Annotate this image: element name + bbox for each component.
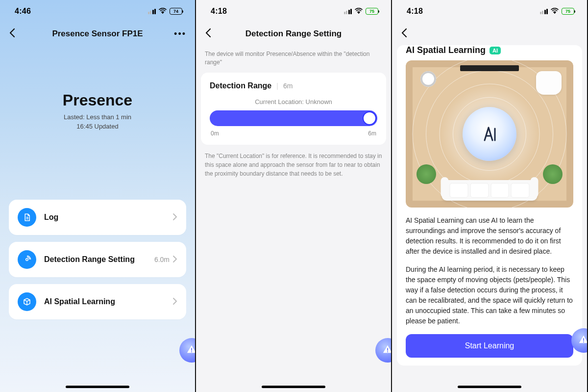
current-location-label: Current Location: Unknown (210, 98, 377, 105)
room-plant (543, 164, 563, 184)
page-title: Detection Range Setting (219, 29, 368, 39)
svg-rect-6 (387, 351, 388, 352)
status-time: 4:46 (15, 7, 31, 16)
home-indicator[interactable] (262, 386, 325, 388)
menu-item-ai-spatial[interactable]: AI Spatial Learning (9, 284, 186, 319)
svg-point-7 (554, 12, 556, 14)
cellular-icon (344, 9, 352, 14)
svg-point-1 (26, 259, 28, 261)
room-tv (460, 65, 519, 71)
more-button[interactable]: ••• (172, 29, 186, 39)
cellular-icon (540, 9, 548, 14)
detection-range-value: 6m (283, 82, 293, 90)
svg-point-0 (162, 12, 164, 14)
chevron-right-icon (172, 254, 177, 265)
wifi-icon (355, 8, 363, 15)
svg-point-4 (358, 12, 360, 14)
status-icons: 74 (148, 8, 183, 15)
screen-detection-range: 4:18 75 Detection Range Setting The devi… (196, 0, 392, 392)
battery-icon: 74 (170, 8, 182, 15)
status-icons: 75 (540, 8, 575, 15)
menu-label: Log (44, 213, 172, 222)
slider-thumb[interactable] (363, 111, 376, 125)
warning-icon (186, 344, 196, 357)
document-icon (18, 208, 36, 227)
screen-ai-spatial-learning: 4:18 75 AI Spatial Learning AI (392, 0, 588, 392)
room-plant (416, 164, 436, 184)
menu-item-detection-range[interactable]: Detection Range Setting 6.0m (9, 242, 186, 277)
status-bar: 4:46 74 (0, 0, 195, 23)
nav-bar (392, 23, 587, 45)
svg-rect-8 (583, 338, 584, 341)
start-learning-button[interactable]: Start Learning (406, 334, 573, 358)
floating-assistant-button[interactable] (179, 338, 196, 363)
warning-icon (578, 334, 588, 347)
ai-orb-icon (463, 107, 516, 161)
menu-label: Detection Range Setting (44, 255, 154, 264)
svg-rect-3 (191, 351, 192, 352)
wifi-icon (551, 8, 559, 15)
warning-icon (382, 344, 392, 357)
cube-icon (18, 292, 36, 311)
wifi-icon (159, 8, 167, 15)
status-time: 4:18 (211, 7, 227, 16)
room-chair (536, 71, 562, 95)
menu-item-log[interactable]: Log (9, 200, 186, 235)
floating-assistant-button[interactable] (375, 338, 392, 363)
svg-rect-9 (583, 341, 584, 342)
chevron-right-icon (172, 296, 177, 308)
range-slider[interactable] (210, 110, 377, 126)
home-indicator[interactable] (458, 386, 521, 388)
home-indicator[interactable] (66, 386, 129, 388)
room-sofa (442, 180, 538, 201)
card-title: AI Spatial Learning (406, 45, 486, 55)
status-icons: 75 (344, 8, 379, 15)
room-purifier (420, 71, 436, 87)
presence-duration: Lasted: Less than 1 min (0, 113, 195, 121)
back-button[interactable] (205, 27, 219, 41)
menu-list: Log Detection Range Setting 6.0m AI Spat… (0, 135, 195, 319)
card-description: AI Spatial Learning can use AI to learn … (397, 208, 582, 326)
detection-range-label: Detection Range (210, 81, 271, 90)
presence-hero: Presence Lasted: Less than 1 min 16:45 U… (0, 45, 195, 135)
section-intro: The device will monitor Presence/Absence… (196, 45, 391, 73)
radar-icon (18, 250, 36, 269)
svg-rect-5 (387, 348, 388, 351)
status-bar: 4:18 75 (392, 0, 587, 23)
ai-badge: AI (490, 47, 501, 54)
slider-max: 6m (368, 130, 376, 137)
screen-presence-sensor: 4:46 74 Presence Sensor FP1E ••• Presenc… (0, 0, 196, 392)
menu-label: AI Spatial Learning (44, 297, 172, 306)
status-time: 4:18 (407, 7, 423, 16)
cellular-icon (148, 9, 156, 14)
status-bar: 4:18 75 (196, 0, 391, 23)
desc-paragraph: AI Spatial Learning can use AI to learn … (406, 215, 573, 257)
svg-rect-2 (191, 348, 192, 351)
ai-learning-card: AI Spatial Learning AI AI Spatial Learni… (397, 45, 582, 366)
presence-status: Presence (0, 91, 195, 109)
back-button[interactable] (9, 27, 23, 41)
battery-icon: 75 (562, 8, 574, 15)
chevron-right-icon (172, 212, 177, 223)
section-note: The "Current Location" is for reference.… (196, 145, 391, 185)
menu-value: 6.0m (154, 256, 170, 263)
page-title: Presence Sensor FP1E (23, 29, 172, 39)
battery-icon: 75 (366, 8, 378, 15)
slider-min: 0m (211, 130, 219, 137)
nav-bar: Detection Range Setting (196, 23, 391, 45)
slider-scale: 0m 6m (210, 130, 377, 137)
room-illustration (406, 60, 573, 208)
detection-range-card: Detection Range | 6m Current Location: U… (201, 73, 386, 145)
back-button[interactable] (401, 27, 415, 41)
presence-updated: 16:45 Updated (0, 123, 195, 130)
nav-bar: Presence Sensor FP1E ••• (0, 23, 195, 45)
desc-paragraph: During the AI learning period, it is nec… (406, 264, 573, 326)
